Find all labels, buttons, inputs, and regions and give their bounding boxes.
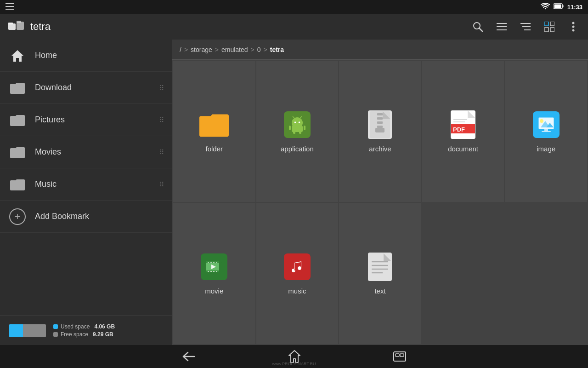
grid-view-button[interactable]	[542, 19, 557, 34]
add-bookmark-icon: +	[9, 208, 26, 225]
svg-rect-59	[213, 262, 215, 263]
storage-labels: Used space 4.06 GB Free space 9.29 GB	[53, 323, 115, 338]
svg-rect-61	[208, 271, 209, 272]
breadcrumb-emulated[interactable]: emulated	[221, 46, 248, 53]
svg-rect-20	[544, 28, 548, 32]
sidebar-item-pictures[interactable]: Pictures ⠿	[0, 104, 172, 136]
breadcrumb-sep1: >	[184, 46, 188, 53]
sidebar-item-download[interactable]: Download ⠿	[0, 72, 172, 104]
archive-label: archive	[369, 145, 391, 153]
folder-icon	[199, 110, 229, 139]
time-display: 11:33	[567, 4, 582, 11]
svg-rect-2	[6, 9, 14, 10]
breadcrumb-sep3: >	[251, 46, 254, 53]
pictures-folder-icon	[9, 112, 26, 128]
breadcrumb-sep2: >	[215, 46, 219, 53]
svg-text:PDF: PDF	[453, 126, 465, 133]
breadcrumb: / > storage > emulated > 0 > tetra	[172, 40, 588, 60]
file-cell-archive[interactable]: archive	[339, 61, 421, 202]
status-left	[6, 3, 14, 11]
image-label: image	[537, 145, 555, 153]
svg-rect-33	[304, 126, 305, 130]
file-cell-text[interactable]: text	[339, 203, 421, 344]
app-title: tetra	[30, 21, 51, 33]
svg-point-28	[299, 121, 300, 123]
svg-rect-18	[544, 22, 548, 26]
file-cell-application[interactable]: application	[256, 61, 339, 202]
svg-rect-6	[8, 23, 16, 30]
svg-point-23	[572, 26, 575, 28]
breadcrumb-root[interactable]: /	[180, 46, 181, 53]
svg-rect-40	[377, 126, 383, 128]
svg-rect-62	[210, 271, 212, 272]
file-cell-music[interactable]: music	[256, 203, 339, 344]
watermark: www.PROFISMART.RU	[0, 362, 588, 366]
file-cell-document[interactable]: PDF document	[422, 61, 504, 202]
free-dot	[53, 332, 58, 337]
free-space-label: Free space	[61, 331, 88, 338]
movie-icon	[199, 252, 229, 282]
svg-marker-73	[289, 351, 300, 362]
file-cell-image[interactable]: image	[505, 61, 587, 202]
status-bar: 11:33	[0, 0, 588, 14]
svg-rect-38	[377, 117, 383, 120]
storage-bar	[9, 324, 46, 337]
recents-button[interactable]	[393, 351, 407, 362]
svg-rect-8	[17, 22, 24, 30]
sidebar-home-label: Home	[35, 51, 57, 60]
svg-rect-9	[17, 21, 21, 23]
app-logo-icon	[7, 18, 25, 35]
svg-rect-1	[6, 6, 14, 7]
sidebar-download-label: Download	[35, 83, 72, 92]
back-button[interactable]	[181, 351, 196, 362]
text-label: text	[374, 287, 385, 295]
svg-rect-7	[8, 23, 13, 24]
svg-line-29	[293, 116, 294, 118]
title-bar: tetra	[0, 14, 588, 40]
add-bookmark-item[interactable]: + Add Bookmark	[0, 201, 172, 233]
storage-used-bar	[9, 324, 23, 337]
sidebar-item-movies[interactable]: Movies ⠿	[0, 136, 172, 168]
svg-rect-19	[550, 22, 554, 26]
svg-rect-37	[377, 113, 383, 115]
storage-info: Used space 4.06 GB Free space 9.29 GB	[0, 316, 172, 345]
wifi-icon	[541, 3, 550, 12]
breadcrumb-0[interactable]: 0	[257, 46, 261, 53]
sidebar-pictures-dots: ⠿	[159, 116, 165, 124]
svg-line-11	[479, 28, 482, 31]
sidebar: Home Download ⠿ Pictures	[0, 40, 172, 345]
list-view-button[interactable]	[494, 19, 509, 34]
svg-rect-52	[544, 129, 548, 131]
svg-rect-64	[216, 271, 217, 272]
breadcrumb-tetra[interactable]: tetra	[270, 46, 284, 53]
download-folder-icon	[9, 80, 26, 96]
document-label: document	[448, 145, 478, 153]
svg-rect-75	[396, 354, 399, 356]
sidebar-movies-label: Movies	[35, 147, 61, 157]
used-space-value: 4.06 GB	[94, 323, 115, 330]
svg-rect-31	[292, 126, 303, 132]
content-area: / > storage > emulated > 0 > tetra folde…	[172, 40, 588, 345]
svg-rect-4	[554, 5, 561, 8]
file-cell-folder[interactable]: folder	[173, 61, 255, 202]
svg-rect-0	[6, 3, 14, 4]
file-cell-movie[interactable]: movie	[173, 203, 255, 344]
more-options-button[interactable]	[566, 19, 581, 34]
svg-rect-21	[550, 28, 554, 32]
svg-point-24	[572, 29, 575, 32]
sidebar-item-music[interactable]: Music ⠿	[0, 168, 172, 201]
status-right: 11:33	[541, 3, 582, 12]
search-button[interactable]	[470, 19, 485, 34]
svg-rect-66	[220, 262, 222, 271]
breadcrumb-storage[interactable]: storage	[191, 46, 212, 53]
sidebar-music-label: Music	[35, 179, 57, 189]
sidebar-music-dots: ⠿	[159, 181, 165, 188]
sidebar-item-home[interactable]: Home	[0, 40, 172, 72]
music-folder-icon	[9, 176, 26, 193]
main-layout: Home Download ⠿ Pictures	[0, 40, 588, 345]
battery-icon	[554, 3, 564, 11]
used-dot	[53, 324, 58, 329]
svg-point-22	[572, 22, 575, 24]
sort-button[interactable]	[518, 19, 533, 34]
svg-rect-53	[542, 131, 551, 132]
